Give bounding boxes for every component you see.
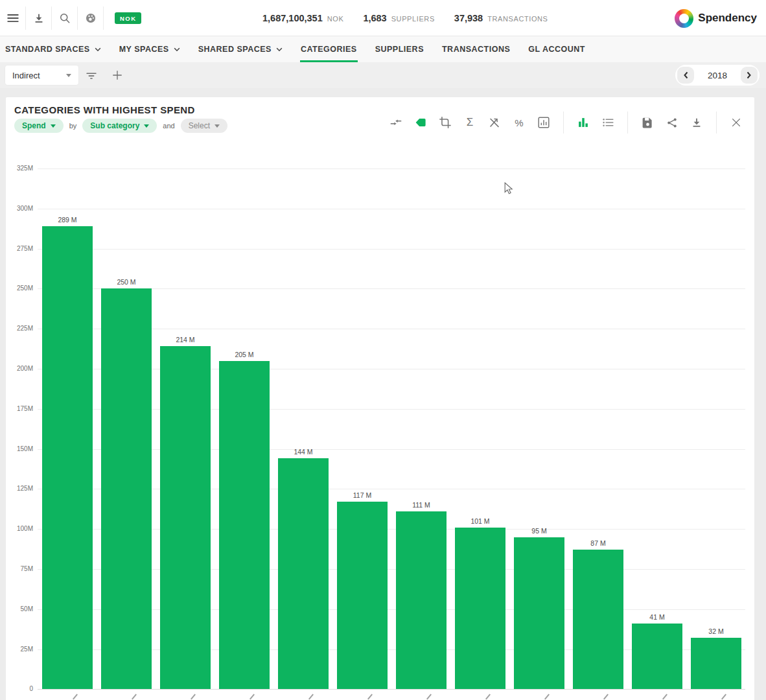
y-axis-tick-label: 275M: [6, 245, 33, 252]
secondary-dimension-label: Select: [189, 121, 210, 130]
sigma-icon: Σ: [467, 116, 474, 129]
brand-name: Spendency: [698, 12, 757, 25]
bar-6[interactable]: [337, 502, 388, 689]
share-button[interactable]: [664, 115, 680, 130]
dimension-select-pill[interactable]: Sub category: [82, 119, 157, 133]
menu-button[interactable]: [0, 0, 25, 36]
bar-chart-view-button[interactable]: [575, 115, 591, 130]
x-axis-label-truncated: [73, 694, 78, 700]
bar-value-label: 289 M: [42, 216, 93, 224]
tab-my-spaces[interactable]: MY SPACES: [110, 36, 189, 62]
chart-title: CATEGORIES WITH HIGHEST SPEND: [14, 104, 195, 115]
merge-button[interactable]: [388, 115, 404, 130]
stat-value: 1,687,100,351: [262, 13, 323, 23]
filter-button[interactable]: [78, 62, 104, 88]
add-widget-button[interactable]: [104, 62, 130, 88]
bar-7[interactable]: [396, 511, 447, 689]
bar-8[interactable]: [455, 528, 505, 690]
bar-11[interactable]: [632, 624, 682, 689]
stat-suppliers: 1,683 SUPPLIERS: [363, 13, 434, 23]
previous-year-button[interactable]: [677, 67, 694, 84]
bar-value-label: 95 M: [514, 527, 564, 535]
divider: [563, 111, 564, 134]
bar-value-label: 117 M: [337, 491, 388, 499]
list-icon: [601, 115, 615, 130]
y-axis-tick-label: 300M: [6, 205, 33, 212]
bar-4[interactable]: [219, 361, 270, 690]
percent-icon: %: [515, 117, 523, 128]
sum-button[interactable]: Σ: [462, 115, 478, 130]
download-chart-button[interactable]: [689, 115, 704, 130]
chevron-down-icon: [215, 124, 220, 128]
bar-value-label: 101 M: [455, 517, 505, 525]
tab-standard-spaces[interactable]: STANDARD SPACES: [5, 36, 110, 62]
download-icon: [690, 116, 703, 129]
top-bar: NOK 1,687,100,351 NOK 1,683 SUPPLIERS 37…: [0, 0, 766, 36]
y-axis-tick-label: 325M: [6, 165, 33, 172]
theme-button[interactable]: [78, 0, 103, 36]
tag-button[interactable]: [413, 115, 428, 130]
tab-label: SUPPLIERS: [375, 45, 424, 54]
chart-panel: CATEGORIES WITH HIGHEST SPEND Spend by S…: [6, 97, 754, 700]
chart-settings-button[interactable]: [536, 115, 551, 130]
tab-categories[interactable]: CATEGORIES: [292, 36, 366, 62]
stat-label: TRANSACTIONS: [487, 15, 548, 23]
x-axis-label-truncated: [308, 694, 314, 700]
crop-button[interactable]: [437, 115, 453, 130]
x-axis-label-truncated: [250, 694, 255, 700]
palette-icon: [84, 12, 97, 25]
dimension-pills: Spend by Sub category and Select: [14, 119, 227, 133]
y-axis-tick-label: 150M: [6, 445, 33, 452]
tab-transactions[interactable]: TRANSACTIONS: [433, 36, 519, 62]
topbar-icon-group: NOK: [0, 0, 141, 36]
bar-3[interactable]: [160, 346, 211, 689]
bar-9[interactable]: [514, 537, 564, 690]
save-button[interactable]: [640, 115, 655, 130]
bar-12[interactable]: [691, 638, 741, 689]
close-panel-button[interactable]: [728, 115, 744, 130]
brand: Spendency: [675, 0, 757, 36]
next-year-button[interactable]: [741, 67, 758, 84]
search-button[interactable]: [52, 0, 77, 36]
tab-label: MY SPACES: [119, 45, 169, 54]
bar-10[interactable]: [573, 550, 623, 689]
bar-1[interactable]: [42, 226, 93, 689]
plus-icon: [111, 69, 124, 82]
currency-badge[interactable]: NOK: [115, 12, 141, 24]
bar-5[interactable]: [278, 458, 329, 689]
divider: [103, 6, 104, 30]
dimension-label: Sub category: [90, 121, 139, 130]
main-nav: STANDARD SPACES MY SPACES SHARED SPACES …: [0, 36, 766, 62]
bar-value-label: 250 M: [101, 278, 152, 286]
filter-bar: Indirect 2018: [0, 62, 766, 88]
export-button[interactable]: [26, 0, 51, 36]
y-axis-tick-label: 125M: [6, 485, 33, 492]
chart-toolbar: Σ %: [388, 111, 744, 134]
measure-select-pill[interactable]: Spend: [14, 119, 64, 133]
tab-gl-account[interactable]: GL ACCOUNT: [519, 36, 594, 62]
tab-label: CATEGORIES: [301, 45, 357, 54]
tab-suppliers[interactable]: SUPPLIERS: [366, 36, 433, 62]
x-axis-label-truncated: [485, 694, 491, 700]
y-axis-tick-label: 100M: [6, 525, 33, 532]
tab-shared-spaces[interactable]: SHARED SPACES: [189, 36, 292, 62]
bar-2[interactable]: [101, 288, 152, 689]
stat-value: 1,683: [363, 13, 386, 23]
merge-arrows-icon: [389, 115, 403, 130]
sort-toggle-button[interactable]: [487, 115, 502, 130]
brand-logo: [675, 9, 693, 28]
summary-stats: 1,687,100,351 NOK 1,683 SUPPLIERS 37,938…: [262, 0, 548, 36]
x-axis-label-truncated: [367, 694, 373, 700]
bar-value-label: 41 M: [632, 613, 682, 621]
list-view-button[interactable]: [600, 115, 616, 130]
secondary-dimension-select-pill[interactable]: Select: [181, 119, 227, 133]
save-icon: [641, 116, 655, 130]
gridline: [38, 169, 745, 169]
x-axis-label-truncated: [544, 694, 550, 700]
category-filter-select[interactable]: Indirect: [5, 65, 78, 85]
gridline: [38, 689, 745, 690]
chevron-right-icon: [746, 71, 752, 79]
percent-button[interactable]: %: [511, 115, 527, 130]
chevron-left-icon: [683, 71, 689, 79]
tab-label: GL ACCOUNT: [528, 45, 585, 54]
